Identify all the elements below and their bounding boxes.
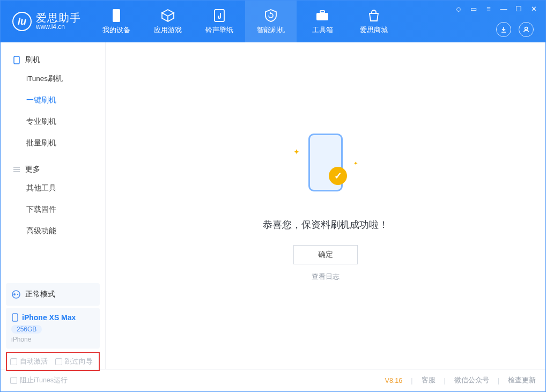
maximize-button[interactable]: ☐ bbox=[514, 5, 523, 13]
success-illustration: ✦ ✦ ✓ bbox=[283, 134, 368, 203]
success-message: 恭喜您，保资料刷机成功啦！ bbox=[263, 218, 388, 231]
minimize-button[interactable]: — bbox=[499, 5, 508, 13]
refresh-shield-icon bbox=[264, 9, 278, 23]
checkbox-skip-guide[interactable]: 跳过向导 bbox=[55, 357, 93, 366]
svg-point-8 bbox=[17, 294, 18, 295]
svg-rect-5 bbox=[14, 56, 19, 64]
svg-point-4 bbox=[525, 27, 528, 30]
nav-flash[interactable]: 智能刷机 bbox=[245, 1, 297, 42]
logo-icon: iu bbox=[12, 12, 32, 31]
sidebar: 刷机 iTunes刷机 一键刷机 专业刷机 批量刷机 更多 其他工具 下载固件 … bbox=[1, 42, 106, 369]
sidebar-item-itunes[interactable]: iTunes刷机 bbox=[1, 68, 105, 90]
logo-area: iu 爱思助手 www.i4.cn bbox=[1, 12, 91, 31]
device-icon bbox=[11, 313, 19, 322]
device-capacity: 256GB bbox=[11, 325, 42, 334]
support-link[interactable]: 客服 bbox=[422, 376, 436, 385]
svg-point-7 bbox=[13, 293, 16, 295]
top-nav: 我的设备 应用游戏 铃声壁纸 智能刷机 工具箱 爱思商城 bbox=[91, 1, 400, 42]
checkbox-block-itunes[interactable]: 阻止iTunes运行 bbox=[10, 376, 68, 385]
options-highlight-box: 自动激活 跳过向导 bbox=[6, 352, 100, 371]
shirt-icon[interactable]: ◇ bbox=[454, 5, 463, 13]
star-icon: ✦ bbox=[293, 147, 300, 156]
nav-ringtone[interactable]: 铃声壁纸 bbox=[194, 1, 245, 42]
list-icon bbox=[12, 165, 21, 174]
download-button[interactable] bbox=[496, 22, 511, 37]
titlebar-controls: ◇ ▭ ≡ — ☐ ✕ bbox=[454, 5, 538, 13]
account-button[interactable] bbox=[519, 22, 534, 37]
sidebar-item-other[interactable]: 其他工具 bbox=[1, 177, 105, 199]
toolbox-icon bbox=[315, 9, 329, 23]
device-type: iPhone bbox=[11, 336, 94, 343]
feedback-icon[interactable]: ▭ bbox=[469, 5, 478, 13]
mode-label: 正常模式 bbox=[25, 290, 55, 299]
svg-rect-1 bbox=[215, 10, 224, 21]
mode-icon bbox=[11, 290, 21, 299]
app-title: 爱思助手 bbox=[36, 12, 81, 24]
sidebar-item-oneclick[interactable]: 一键刷机 bbox=[1, 90, 105, 111]
nav-store[interactable]: 爱思商城 bbox=[348, 1, 400, 42]
music-file-icon bbox=[212, 9, 226, 23]
view-log-link[interactable]: 查看日志 bbox=[312, 272, 340, 282]
mode-card[interactable]: 正常模式 bbox=[6, 283, 100, 306]
checkmark-icon: ✓ bbox=[329, 167, 347, 185]
close-button[interactable]: ✕ bbox=[529, 5, 538, 13]
sidebar-section-flash: 刷机 bbox=[1, 52, 105, 68]
svg-rect-0 bbox=[113, 9, 120, 22]
app-header: iu 爱思助手 www.i4.cn 我的设备 应用游戏 铃声壁纸 智能刷机 工具… bbox=[1, 1, 545, 42]
svg-rect-3 bbox=[320, 11, 324, 13]
version-label: V8.16 bbox=[385, 377, 403, 384]
nav-apps[interactable]: 应用游戏 bbox=[142, 1, 194, 42]
main-content: ✦ ✦ ✓ 恭喜您，保资料刷机成功啦！ 确定 查看日志 bbox=[106, 42, 545, 369]
svg-rect-9 bbox=[12, 314, 18, 321]
sidebar-item-advanced[interactable]: 高级功能 bbox=[1, 220, 105, 242]
checkbox-auto-activate[interactable]: 自动激活 bbox=[10, 357, 48, 366]
svg-rect-2 bbox=[316, 13, 328, 20]
phone-outline-icon bbox=[12, 56, 21, 64]
nav-device[interactable]: 我的设备 bbox=[91, 1, 142, 42]
device-card[interactable]: iPhone XS Max 256GB iPhone bbox=[6, 308, 100, 349]
wechat-link[interactable]: 微信公众号 bbox=[454, 376, 489, 385]
device-name-text: iPhone XS Max bbox=[22, 313, 76, 322]
menu-icon[interactable]: ≡ bbox=[484, 5, 493, 13]
cube-icon bbox=[161, 9, 175, 23]
sidebar-item-pro[interactable]: 专业刷机 bbox=[1, 111, 105, 132]
star-icon: ✦ bbox=[353, 160, 358, 166]
sidebar-section-more: 更多 bbox=[1, 161, 105, 177]
bag-icon bbox=[367, 9, 381, 23]
check-update-link[interactable]: 检查更新 bbox=[508, 376, 536, 385]
ok-button[interactable]: 确定 bbox=[293, 245, 358, 264]
phone-icon bbox=[109, 9, 123, 23]
sidebar-item-firmware[interactable]: 下载固件 bbox=[1, 199, 105, 220]
app-subtitle: www.i4.cn bbox=[36, 24, 81, 31]
nav-toolbox[interactable]: 工具箱 bbox=[297, 1, 348, 42]
sidebar-item-batch[interactable]: 批量刷机 bbox=[1, 132, 105, 154]
status-bar: 阻止iTunes运行 V8.16 | 客服 | 微信公众号 | 检查更新 bbox=[1, 369, 545, 391]
